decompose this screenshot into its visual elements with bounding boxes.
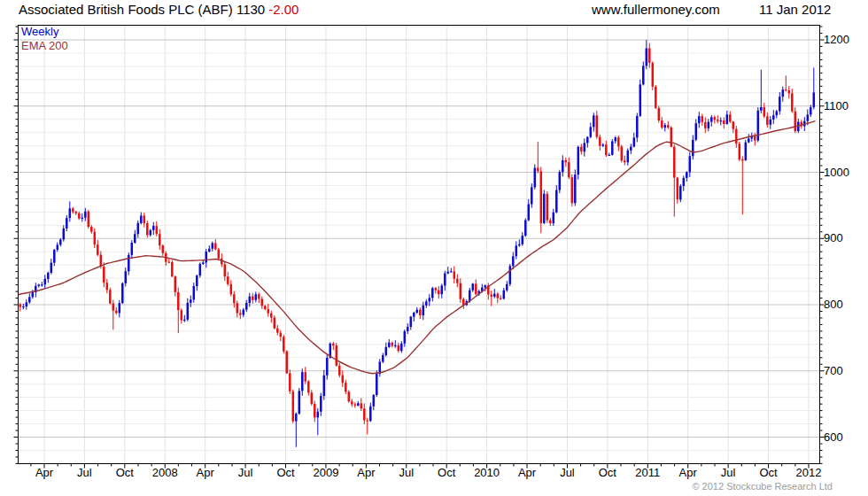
candle-body	[770, 120, 772, 125]
candle-body	[298, 391, 301, 414]
candle-body	[100, 255, 103, 267]
candle-body	[289, 373, 291, 391]
candle-body	[140, 215, 143, 222]
candle-body	[602, 144, 605, 145]
candle-body	[354, 405, 357, 406]
candle-body	[686, 172, 688, 178]
candle-body	[766, 116, 769, 124]
candle-body	[413, 313, 415, 317]
candle-body	[274, 318, 276, 329]
candle-body	[63, 229, 66, 240]
candle-body	[363, 408, 366, 420]
candle-body	[109, 290, 112, 303]
candle-body	[323, 376, 326, 396]
website-link[interactable]: www.fullermoney.com	[592, 2, 720, 17]
candle-body	[348, 391, 351, 401]
candle-body	[245, 303, 248, 310]
candle-body	[429, 298, 431, 301]
candle-body	[66, 218, 68, 229]
candle-body	[441, 285, 444, 294]
candle-body	[754, 136, 756, 141]
candle-body	[38, 284, 41, 285]
candle-body	[47, 273, 50, 279]
candle-body	[813, 92, 816, 107]
candle-body	[212, 243, 214, 248]
candle-body	[677, 178, 679, 200]
candle-body	[500, 298, 502, 299]
candle-body	[661, 120, 663, 128]
candle-body	[187, 303, 190, 320]
candle-body	[679, 186, 682, 199]
candle-body	[605, 144, 608, 155]
x-axis-label: Jul	[65, 466, 104, 479]
candle-body	[32, 292, 35, 297]
candle-body	[208, 249, 211, 252]
plot-border	[19, 26, 820, 464]
candle-body	[497, 294, 500, 298]
candle-body	[41, 284, 43, 285]
candle-body	[648, 49, 651, 63]
candle-body	[586, 137, 589, 143]
candle-body	[646, 49, 648, 66]
candle-body	[453, 271, 456, 278]
candle-body	[655, 87, 657, 108]
candle-body	[150, 230, 152, 236]
candle-body	[224, 264, 227, 276]
candle-body	[491, 294, 493, 297]
x-axis-label: Apr	[25, 466, 64, 479]
candle-body	[543, 194, 546, 223]
candle-body	[326, 358, 329, 376]
candle-body	[320, 396, 322, 412]
candle-body	[460, 283, 462, 299]
candle-body	[159, 234, 161, 245]
candle-body	[314, 404, 316, 417]
y-axis-label: 800	[824, 298, 843, 311]
candle-body	[382, 355, 384, 361]
candle-body	[115, 311, 118, 314]
candle-body	[26, 302, 28, 306]
candle-body	[748, 138, 750, 142]
candle-body	[444, 274, 446, 286]
candle-body	[137, 223, 140, 234]
candle-body	[81, 218, 84, 219]
candle-body	[419, 310, 422, 315]
candle-body	[183, 320, 186, 321]
candle-body	[267, 309, 270, 314]
candle-body	[571, 177, 574, 203]
x-axis-label: Apr	[508, 466, 546, 479]
x-axis-label: Oct	[588, 466, 627, 479]
candle-body	[528, 204, 531, 220]
candle-body	[410, 317, 413, 327]
candle-body	[338, 366, 341, 376]
candle-body	[484, 285, 487, 287]
candle-body	[264, 306, 267, 309]
candle-body	[28, 297, 31, 302]
candle-body	[243, 310, 245, 315]
candle-body	[772, 115, 775, 120]
candle-body	[456, 279, 459, 283]
candle-body	[562, 160, 564, 172]
candle-body	[391, 343, 394, 346]
candle-body	[283, 337, 285, 351]
price-change: -2.00	[268, 2, 298, 17]
candle-body	[596, 115, 599, 136]
candle-body	[233, 294, 236, 303]
candle-body	[360, 403, 363, 408]
candle-body	[218, 250, 221, 259]
legend-ema-label: EMA 200	[21, 39, 68, 52]
candle-body	[658, 108, 661, 120]
candle-body	[398, 345, 400, 351]
copyright-notice: © 2012 Stockcube Research Ltd	[692, 481, 833, 492]
candle-body	[369, 407, 372, 421]
candle-body	[584, 143, 586, 151]
y-axis-label: 900	[824, 231, 843, 244]
y-axis-label: 1000	[824, 166, 849, 179]
candle-body	[72, 208, 74, 212]
candle-body	[615, 137, 617, 141]
candle-body	[280, 333, 283, 337]
x-axis-label: Jul	[387, 466, 426, 479]
x-axis-label: 2012	[789, 466, 828, 479]
candle-body	[568, 162, 570, 177]
candle-body	[593, 115, 595, 127]
candle-body	[236, 303, 239, 313]
